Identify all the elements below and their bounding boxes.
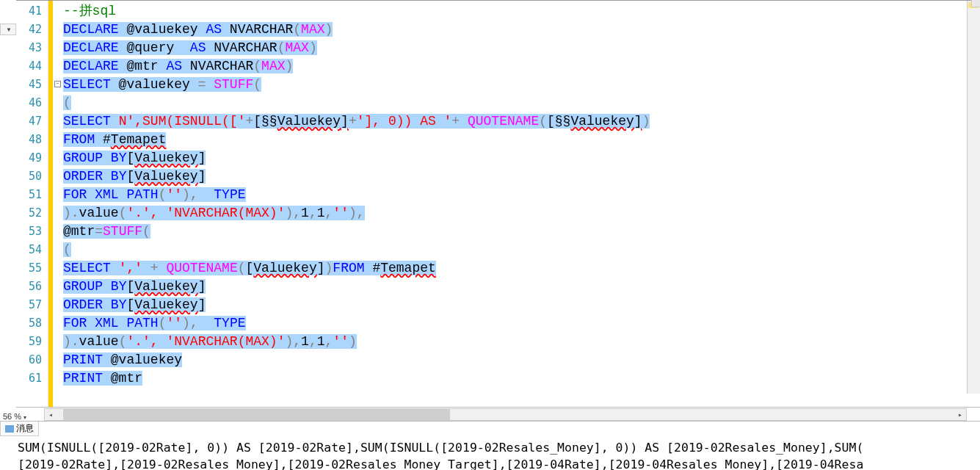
code-line[interactable]: (	[63, 241, 980, 259]
line-number: 45	[16, 76, 42, 94]
chevron-down-icon: ▾	[23, 414, 26, 421]
code-line[interactable]: FROM #Temapet	[63, 131, 980, 149]
line-number: 41	[16, 2, 42, 21]
chevron-down-icon: ▼	[6, 26, 12, 33]
code-line[interactable]: DECLARE @valuekey AS NVARCHAR(MAX)	[63, 21, 980, 39]
line-number: 53	[16, 223, 42, 241]
line-number: 57	[16, 296, 42, 314]
panel-edge	[971, 0, 980, 7]
zoom-label: 56 %	[3, 412, 21, 421]
message-line: [2019-02Rate],[2019-02Resales_Money],[20…	[18, 456, 973, 470]
line-number: 46	[16, 94, 42, 112]
code-line[interactable]: SELECT @valuekey = STUFF(	[63, 76, 980, 94]
scroll-thumb[interactable]	[63, 409, 450, 420]
code-editor[interactable]: 4142434445464748495051525354555657585960…	[16, 0, 980, 408]
line-number: 59	[16, 333, 42, 351]
code-line[interactable]: SELECT N',SUM(ISNULL(['+[§§Valuekey]+'],…	[63, 112, 980, 131]
code-line[interactable]: ORDER BY[Valuekey]	[63, 167, 980, 186]
code-line[interactable]: PRINT @valuekey	[63, 351, 980, 369]
code-line[interactable]: ORDER BY[Valuekey]	[63, 296, 980, 314]
message-line: SUM(ISNULL([2019-02Rate], 0)) AS [2019-0…	[18, 439, 973, 456]
line-number: 61	[16, 369, 42, 388]
zoom-level[interactable]: 56 % ▾	[0, 412, 29, 421]
fold-toggle[interactable]: -	[54, 81, 61, 87]
code-line[interactable]: FOR XML PATH(''), TYPE	[63, 186, 980, 204]
code-line[interactable]: FOR XML PATH(''), TYPE	[63, 314, 980, 333]
line-number: 56	[16, 278, 42, 296]
messages-panel: 消息 SUM(ISNULL([2019-02Rate], 0)) AS [201…	[0, 421, 980, 470]
code-line[interactable]: @mtr=STUFF(	[63, 223, 980, 241]
code-area[interactable]: --拼sqlDECLARE @valuekey AS NVARCHAR(MAX)…	[63, 1, 980, 407]
line-number: 60	[16, 351, 42, 369]
line-number: 47	[16, 112, 42, 131]
code-line[interactable]: PRINT @mtr	[63, 369, 980, 388]
code-line[interactable]: GROUP BY[Valuekey]	[63, 149, 980, 167]
line-number: 44	[16, 57, 42, 76]
line-number: 51	[16, 186, 42, 204]
line-number: 49	[16, 149, 42, 167]
code-line[interactable]: DECLARE @mtr AS NVARCHAR(MAX)	[63, 57, 980, 76]
line-number: 54	[16, 241, 42, 259]
code-line[interactable]: ).value('.', 'NVARCHAR(MAX)'),1,1,'')	[63, 333, 980, 351]
code-line[interactable]: DECLARE @query AS NVARCHAR(MAX)	[63, 39, 980, 57]
line-number: 42	[16, 21, 42, 39]
code-line[interactable]: SELECT ',' + QUOTENAME([Valuekey])FROM #…	[63, 259, 980, 278]
line-number: 58	[16, 314, 42, 333]
code-line[interactable]: ).value('.', 'NVARCHAR(MAX)'),1,1,''),	[63, 204, 980, 223]
horizontal-scrollbar[interactable]: ◂ ▸	[44, 408, 967, 421]
vertical-scrollbar[interactable]	[967, 1, 980, 394]
messages-tab[interactable]: 消息	[0, 422, 39, 436]
messages-icon	[5, 425, 14, 433]
scroll-left-arrow[interactable]: ◂	[45, 409, 57, 420]
line-number: 43	[16, 39, 42, 57]
code-line[interactable]: --拼sql	[63, 2, 980, 21]
line-gutter: 4142434445464748495051525354555657585960…	[16, 1, 48, 407]
line-number: 52	[16, 204, 42, 223]
line-number: 48	[16, 131, 42, 149]
line-number: 50	[16, 167, 42, 186]
code-line[interactable]: (	[63, 94, 980, 112]
code-line[interactable]: GROUP BY[Valuekey]	[63, 278, 980, 296]
scroll-right-arrow[interactable]: ▸	[954, 409, 966, 420]
messages-body[interactable]: SUM(ISNULL([2019-02Rate], 0)) AS [2019-0…	[0, 436, 980, 470]
line-number: 55	[16, 259, 42, 278]
format-dropdown[interactable]: ▼	[0, 24, 16, 35]
fold-column: -	[53, 1, 63, 407]
messages-tab-label: 消息	[16, 422, 34, 435]
